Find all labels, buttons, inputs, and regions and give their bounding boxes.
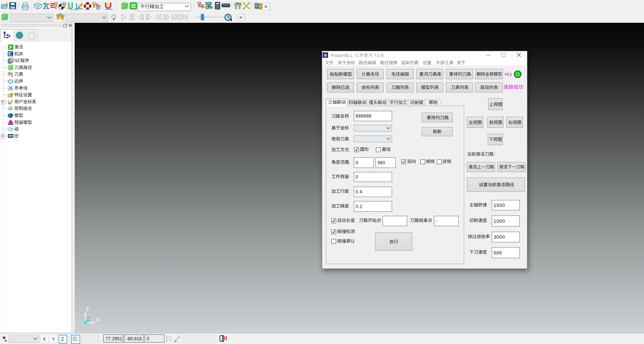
svg-text:Z: Z <box>166 340 167 342</box>
